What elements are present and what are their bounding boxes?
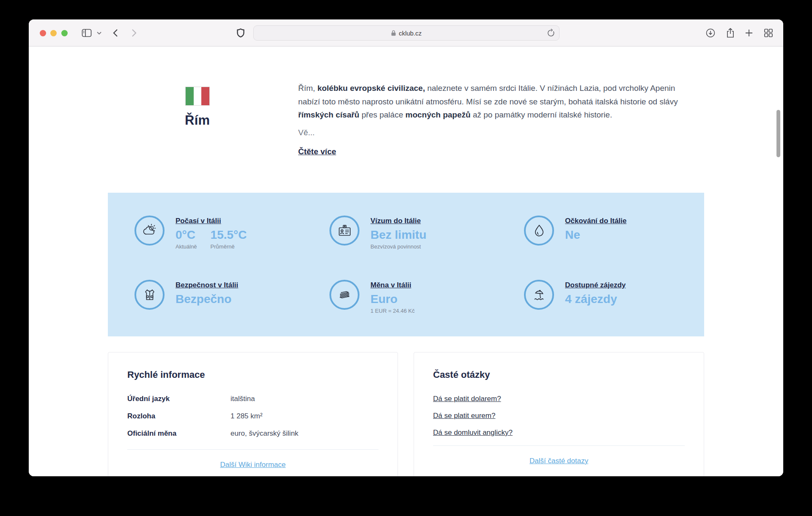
card-title-link[interactable]: Očkování do Itálie: [565, 217, 627, 225]
downloads-icon[interactable]: [704, 19, 717, 46]
vaccination-card: Očkování do Itálie Ne: [524, 216, 706, 246]
minimize-window-button[interactable]: [50, 30, 57, 36]
intro-paragraph: Řím, kolébku evropské civilizace, nalezn…: [298, 82, 691, 122]
weather-current: 0°C Aktuálně: [176, 229, 197, 250]
wiki-more-link[interactable]: Další Wiki informace: [127, 461, 379, 469]
page-title: Řím: [185, 113, 210, 128]
card-title-link[interactable]: Bezpečnost v Itálii: [176, 281, 238, 289]
quick-info-row: Úřední jazyk italština: [127, 395, 379, 403]
share-icon[interactable]: [724, 19, 737, 46]
forward-icon[interactable]: [129, 19, 140, 46]
safety-vest-icon: [134, 280, 165, 310]
safety-card: Bezpečnost v Itálii Bezpečno: [134, 280, 316, 310]
card-title-link[interactable]: Počasí v Itálii: [176, 217, 221, 225]
page-content: Řím Řím, kolébku evropské civilizace, na…: [29, 46, 783, 476]
faq-question-link[interactable]: Dá se platit eurem?: [433, 412, 495, 420]
reload-icon[interactable]: [547, 29, 555, 38]
tab-overview-icon[interactable]: [761, 19, 776, 46]
trips-card: Dostupné zájezdy 4 zájezdy: [524, 280, 706, 310]
quick-info-title: Rychlé informace: [127, 369, 379, 380]
currency-card: Měna v Itálii Euro 1 EUR = 24.46 Kč: [329, 280, 511, 314]
partly-cloudy-icon: [134, 216, 165, 246]
divider: [127, 449, 379, 450]
browser-window: cklub.cz: [29, 19, 783, 476]
url-text: cklub.cz: [399, 30, 422, 37]
divider: [433, 445, 685, 446]
weather-card: Počasí v Itálii 0°C Aktuálně 15.5°C Prům…: [134, 216, 316, 250]
quick-info-card: Rychlé informace Úřední jazyk italština …: [108, 352, 398, 476]
faq-card: Časté otázky Dá se platit dolarem? Dá se…: [414, 352, 704, 476]
faq-question-link[interactable]: Dá se platit dolarem?: [433, 395, 501, 403]
card-title-link[interactable]: Měna v Itálii: [370, 281, 411, 289]
browser-toolbar: cklub.cz: [29, 19, 783, 46]
card-title-link[interactable]: Dostupné zájezdy: [565, 281, 626, 289]
faq-title: Časté otázky: [433, 369, 685, 380]
beach-umbrella-icon: [524, 280, 554, 310]
visa-card: Vízum do Itálie Bez limitu Bezvízová pov…: [329, 216, 511, 250]
banknotes-icon: [329, 280, 359, 310]
droplet-icon: [524, 216, 554, 246]
card-title-link[interactable]: Vízum do Itálie: [370, 217, 421, 225]
close-window-button[interactable]: [40, 30, 46, 36]
faq-question-link[interactable]: Dá se domluvit anglicky?: [433, 429, 513, 437]
new-tab-icon[interactable]: [742, 19, 756, 46]
quick-info-row: Rozloha 1 285 km²: [127, 412, 379, 420]
back-icon[interactable]: [110, 19, 121, 46]
italy-flag: [185, 87, 210, 106]
url-field[interactable]: cklub.cz: [253, 25, 560, 41]
id-card-icon: [329, 216, 359, 246]
country-info-panel: Počasí v Itálii 0°C Aktuálně 15.5°C Prům…: [108, 193, 704, 336]
lock-icon: [391, 30, 396, 36]
read-more-link[interactable]: Čtěte více: [298, 147, 336, 156]
quick-info-row: Oficiální měna euro, švýcarský šilink: [127, 429, 379, 438]
privacy-shield-icon[interactable]: [234, 19, 247, 46]
weather-average: 15.5°C Průměrně: [211, 229, 247, 250]
sidebar-toggle-icon[interactable]: [80, 19, 94, 46]
faq-more-link[interactable]: Další časté dotazy: [433, 457, 685, 465]
chevron-down-icon[interactable]: [96, 19, 102, 46]
truncated-text: Vě...: [298, 128, 315, 137]
zoom-window-button[interactable]: [61, 30, 68, 36]
scrollbar-thumb[interactable]: [776, 110, 780, 157]
